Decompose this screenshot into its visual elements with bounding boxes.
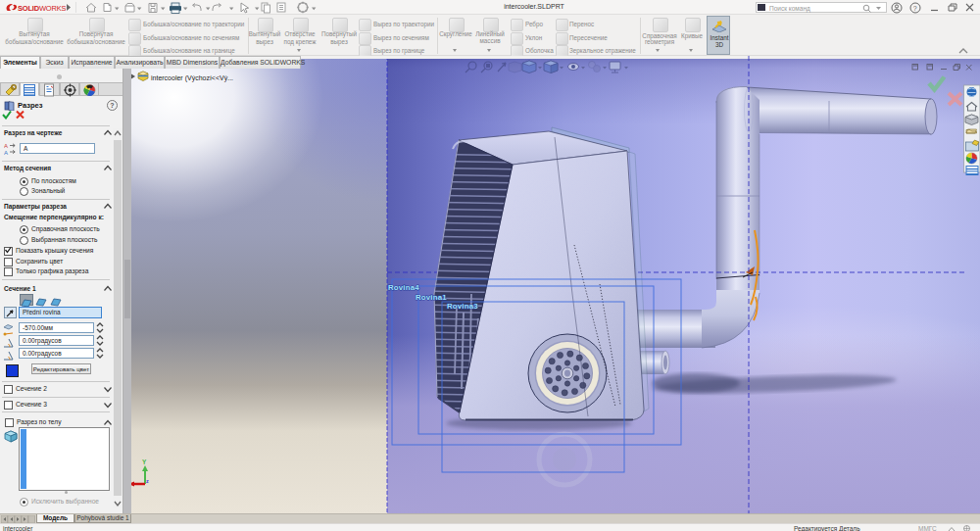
svg-text:z: z [146, 478, 149, 484]
svg-text:intercooler (Výchozí<<Vý...: intercooler (Výchozí<<Vý... [151, 74, 233, 82]
svg-text:Rovina3: Rovina3 [447, 302, 478, 311]
svg-text:SOLIDWORKS: SOLIDWORKS [18, 4, 66, 13]
svg-text:A: A [4, 150, 8, 156]
svg-text:Rovina1: Rovina1 [416, 293, 447, 302]
svg-text:Rovina4: Rovina4 [388, 283, 419, 292]
svg-text:Y: Y [142, 459, 147, 465]
svg-text:?: ? [913, 4, 917, 11]
svg-text:A: A [4, 143, 8, 149]
